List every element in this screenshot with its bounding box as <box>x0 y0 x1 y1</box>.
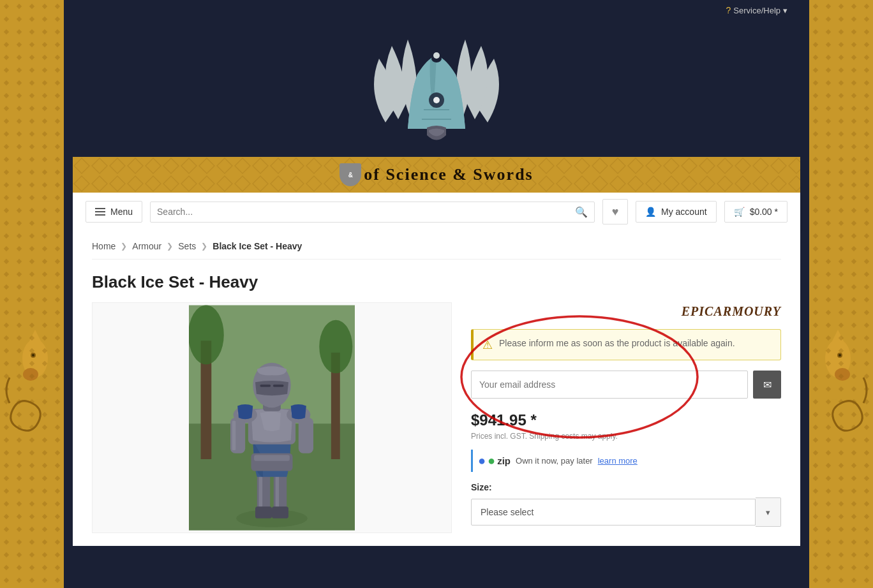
user-icon: 👤 <box>645 207 656 217</box>
heart-icon: ♥ <box>612 205 619 219</box>
product-image[interactable] <box>92 302 452 533</box>
product-price: $941.95 * <box>471 411 781 429</box>
alert-message: Please inform me as soon as the product … <box>499 337 735 350</box>
search-box: 🔍 <box>150 202 595 223</box>
zip-green-dot: ● <box>488 453 495 468</box>
knight-illustration <box>189 303 355 533</box>
svg-rect-32 <box>259 474 263 510</box>
svg-rect-33 <box>276 474 280 510</box>
brand-logo-area: EpicArmoury <box>471 304 781 319</box>
product-left-panel: Black Ice Set - Heavy <box>92 272 452 533</box>
size-dropdown-button[interactable]: ▾ <box>756 497 781 527</box>
breadcrumb-sets[interactable]: Sets <box>178 241 196 251</box>
gold-banner-area: & of Science & Swords <box>73 157 800 193</box>
svg-point-27 <box>189 305 224 365</box>
product-section: Black Ice Set - Heavy <box>92 260 781 546</box>
navigation-bar: Menu 🔍 ♥ 👤 My account 🛒 $0.00 * <box>73 193 800 231</box>
breadcrumb-sep2: ❯ <box>167 242 173 251</box>
cart-button[interactable]: 🛒 $0.00 * <box>724 201 787 223</box>
brand-name: EpicArmoury <box>682 304 781 319</box>
search-input[interactable] <box>157 207 575 217</box>
svg-rect-34 <box>255 506 272 518</box>
service-help-label: Service/Help <box>733 6 780 15</box>
cart-price: $0.00 * <box>750 207 778 217</box>
banner-content: & of Science & Swords <box>73 157 800 193</box>
svg-rect-42 <box>299 418 313 453</box>
right-border-pattern <box>809 0 873 588</box>
hamburger-icon <box>95 208 105 216</box>
top-bar: ? Service/Help ▾ <box>73 0 800 20</box>
availability-alert: ⚠ Please inform me as soon as the produc… <box>471 329 781 360</box>
cart-icon: 🛒 <box>734 207 745 217</box>
search-button[interactable]: 🔍 <box>575 206 588 218</box>
svg-rect-15 <box>809 0 873 588</box>
svg-rect-48 <box>260 385 271 387</box>
zip-description: Own it now, pay later <box>516 456 593 466</box>
breadcrumb-armour[interactable]: Armour <box>132 241 161 251</box>
svg-rect-35 <box>272 506 288 518</box>
header-area: & of Science & Swords <box>73 20 800 193</box>
zip-pay-row: ● ● zip Own it now, pay later learn more <box>471 450 781 472</box>
menu-button[interactable]: Menu <box>86 201 142 223</box>
breadcrumb-sep1: ❯ <box>121 242 127 251</box>
service-help-chevron: ▾ <box>783 6 787 15</box>
email-notification-row: ✉ <box>471 371 781 399</box>
breadcrumb-current: Black Ice Set - Heavy <box>213 241 302 251</box>
zip-word: zip <box>497 455 511 466</box>
question-icon: ? <box>726 5 731 15</box>
wishlist-button[interactable]: ♥ <box>602 199 628 224</box>
availability-section: ⚠ Please inform me as soon as the produc… <box>471 329 781 399</box>
zip-learn-more-link[interactable]: learn more <box>598 456 638 466</box>
menu-label: Menu <box>110 207 133 217</box>
size-select[interactable]: Please select Small Medium Large X-Large <box>471 499 756 526</box>
main-content: Home ❯ Armour ❯ Sets ❯ Black Ice Set - H… <box>73 231 800 546</box>
site-name: of Science & Swords <box>364 165 533 184</box>
logo-helmet <box>360 20 513 157</box>
svg-rect-49 <box>273 385 284 387</box>
breadcrumb: Home ❯ Armour ❯ Sets ❯ Black Ice Set - H… <box>92 231 781 260</box>
svg-point-17 <box>433 97 440 103</box>
size-selector-section: Size: Please select Small Medium Large X… <box>471 482 781 527</box>
size-select-row: Please select Small Medium Large X-Large… <box>471 497 781 527</box>
service-help-menu[interactable]: ? Service/Help ▾ <box>726 5 788 15</box>
product-right-panel: EpicArmoury ⚠ Please inform me as soon a… <box>471 272 781 533</box>
helmet-svg <box>360 27 513 154</box>
account-button[interactable]: 👤 My account <box>636 201 717 223</box>
email-submit-button[interactable]: ✉ <box>753 371 781 399</box>
send-icon: ✉ <box>763 379 772 391</box>
warning-icon: ⚠ <box>482 338 493 352</box>
svg-point-21 <box>433 52 440 59</box>
email-input[interactable] <box>471 371 748 399</box>
breadcrumb-sep3: ❯ <box>201 242 207 251</box>
price-note: Prices incl. GST. Shipping costs may app… <box>471 432 781 441</box>
breadcrumb-home[interactable]: Home <box>92 241 116 251</box>
chevron-down-icon: ▾ <box>766 508 770 517</box>
svg-rect-43 <box>232 421 236 450</box>
zip-logo: ● ● zip <box>478 453 511 468</box>
zip-blue-dot: ● <box>478 453 486 468</box>
svg-rect-7 <box>0 0 64 588</box>
account-label: My account <box>661 207 707 217</box>
svg-point-28 <box>319 320 352 374</box>
product-title: Black Ice Set - Heavy <box>92 272 452 292</box>
svg-rect-45 <box>254 455 290 461</box>
size-label: Size: <box>471 482 781 492</box>
shield-logo: & <box>340 163 361 186</box>
left-border-pattern <box>0 0 64 588</box>
